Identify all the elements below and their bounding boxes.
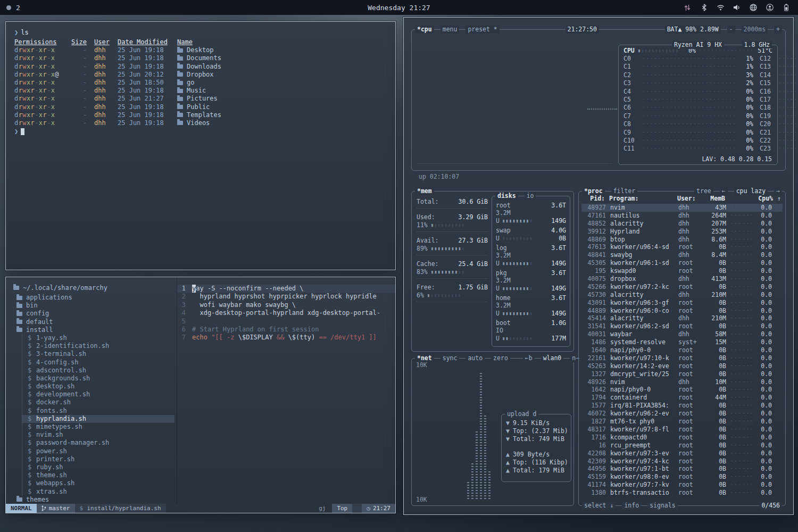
menu-button[interactable]: menu — [440, 26, 460, 34]
volume-icon[interactable] — [733, 3, 741, 12]
process-row[interactable]: 43091kworker/u96:3-gfroot0B········0.0 — [581, 299, 783, 307]
tree-toggle[interactable]: tree — [694, 187, 713, 195]
user-icon[interactable] — [766, 3, 774, 12]
process-row[interactable]: 44889kworker/u96:0-coroot0B········0.0 — [581, 307, 783, 315]
tree-item-default[interactable]: default — [13, 318, 177, 326]
tree-item-development.sh[interactable]: $development.sh — [22, 390, 177, 398]
tree-item-hyprlandia.sh[interactable]: $hyprlandia.sh — [22, 415, 174, 423]
system-monitor-window[interactable]: *cpu menu preset * 21:27:50 BAT▲ 98% 2.8… — [403, 17, 794, 515]
battery-icon[interactable] — [782, 3, 791, 12]
tree-item-theme.sh[interactable]: $theme.sh — [22, 471, 177, 479]
cpu-box-title[interactable]: *cpu — [415, 26, 434, 34]
process-row[interactable]: 41174kworker/u97:7-kvroot0B········0.0 — [581, 481, 783, 489]
process-row[interactable]: 45414alacrittydhh210M········0.0 — [581, 314, 783, 322]
tree-item-password-manager.sh[interactable]: $password-manager.sh — [22, 439, 177, 447]
tree-item-printer.sh[interactable]: $printer.sh — [22, 455, 177, 463]
tree-item-adscontrol.sh[interactable]: $adscontrol.sh — [22, 367, 177, 375]
header-user[interactable]: User: — [677, 195, 701, 202]
workspace-icon[interactable] — [6, 5, 11, 10]
updown-arrows-icon[interactable] — [683, 3, 692, 12]
signals-button[interactable]: signals — [647, 502, 677, 510]
process-row[interactable]: 1827mt76-tx phy0root0B········0.0 — [581, 418, 783, 426]
tree-item-xtras.sh[interactable]: $xtras.sh — [22, 488, 177, 496]
interval-plus-button[interactable]: + — [774, 26, 782, 34]
tree-item-bin[interactable]: bin — [13, 302, 177, 310]
net-iface-prev[interactable]: ←b — [523, 354, 535, 362]
tree-item-mimetypes.sh[interactable]: $mimetypes.sh — [22, 423, 177, 431]
tree-item-3-terminal.sh[interactable]: $3-terminal.sh — [22, 350, 177, 358]
process-row[interactable]: 48926nvimdhh10M········0.0 — [581, 378, 783, 386]
process-row[interactable]: 1577irq/81-PIXA3854:root0B········0.0 — [581, 402, 783, 410]
preset-button[interactable]: preset * — [466, 26, 499, 34]
terminal-window[interactable]: ❯ls Permissions Size User Date Modified … — [5, 21, 396, 270]
mem-box-title[interactable]: *mem — [415, 187, 434, 195]
process-row[interactable]: 48927nvimdhh43M········0.0 — [581, 204, 783, 212]
tree-item-webapps.sh[interactable]: $webapps.sh — [22, 479, 177, 487]
tree-item-applications[interactable]: applications — [13, 294, 177, 302]
tree-item-desktop.sh[interactable]: $desktop.sh — [22, 383, 177, 390]
net-auto-button[interactable]: auto — [466, 354, 485, 362]
tree-item-docker.sh[interactable]: $docker.sh — [22, 398, 177, 406]
net-sync-button[interactable]: sync — [440, 354, 460, 362]
process-row[interactable]: 45730alacrittydhh210M········0.0 — [581, 291, 783, 299]
io-toggle[interactable]: io — [525, 192, 536, 200]
process-row[interactable]: 45305kworker/u96:1-sdroot0B········0.0 — [581, 259, 783, 267]
tree-item-4-config.sh[interactable]: $4-config.sh — [22, 359, 177, 367]
process-row[interactable]: 1716kcompactd0root0B········0.0 — [581, 434, 783, 442]
select-button[interactable]: select ↓ — [582, 502, 616, 510]
process-row[interactable]: 44956kworker/u97:1-btroot0B········0.0 — [581, 465, 783, 473]
interval-minus-button[interactable]: - — [727, 26, 735, 34]
bluetooth-icon[interactable] — [700, 3, 708, 12]
process-row[interactable]: 22161kworker/u97:10-kroot0B········0.0 — [581, 354, 783, 362]
filter-button[interactable]: filter — [611, 187, 638, 195]
process-row[interactable]: 1486systemd-resolvesyst+15M········0.0 — [581, 338, 783, 346]
process-row[interactable]: 42309kworker/u97:4-kcroot0B········0.0 — [581, 458, 783, 466]
process-row[interactable]: 48852alacrittydhh207M········0.0 — [581, 220, 783, 228]
process-row[interactable]: 45266kworker/u97:2-kcroot0B········0.0 — [581, 283, 783, 291]
proc-box-title[interactable]: *proc — [582, 187, 605, 195]
process-row[interactable]: 40031waybardhh58M········0.0 — [581, 330, 783, 338]
tree-item-themes[interactable]: themes — [13, 496, 177, 504]
wifi-icon[interactable] — [716, 3, 725, 12]
workspace-indicator[interactable]: 2 — [16, 4, 20, 12]
tree-item-nvim.sh[interactable]: $nvim.sh — [22, 431, 177, 439]
file-tree-root[interactable]: ~/.local/share/omarchy — [13, 284, 177, 292]
tree-item-1-yay.sh[interactable]: $1-yay.sh — [22, 334, 177, 342]
process-row[interactable]: 42208kworker/u97:3-evroot0B········0.0 — [581, 450, 783, 458]
process-row[interactable]: 47613kworker/u96:4-sdroot0B········0.0 — [581, 243, 783, 251]
disks-box-title[interactable]: disks — [495, 192, 518, 200]
process-row[interactable]: 195kswapd0root0B········0.0 — [581, 267, 783, 275]
tree-item-backgrounds.sh[interactable]: $backgrounds.sh — [22, 375, 177, 383]
tree-item-install[interactable]: install — [13, 326, 177, 334]
process-row[interactable]: 45159kworker/u98:0-evroot0B········0.0 — [581, 473, 783, 481]
tree-item-2-identification.sh[interactable]: $2-identification.sh — [22, 342, 177, 350]
process-row[interactable]: 16rcu_preemptroot0B········0.0 — [581, 442, 783, 450]
process-row[interactable]: 45263kworker/14:2-everoot0B········0.0 — [581, 362, 783, 370]
editor-buffer[interactable]: 1yay -S --noconfirm --needed \2 hyprland… — [177, 277, 395, 504]
process-row[interactable]: 1640napi/phy0-0root0B········0.0 — [581, 346, 783, 354]
net-zero-button[interactable]: zero — [491, 354, 510, 362]
process-row[interactable]: 1380btrfs-transactioroot0B········0.0 — [581, 489, 783, 497]
process-row[interactable]: 1794containerdroot44M········0.0 — [581, 394, 783, 402]
header-pid[interactable]: Pid: — [581, 195, 605, 202]
header-program[interactable]: Program: — [609, 195, 673, 202]
process-row[interactable]: 40075dropboxdhh413M········0.0 — [581, 275, 783, 283]
header-cpu[interactable]: Cpu% — [757, 195, 773, 202]
header-mem[interactable]: MemB — [705, 195, 725, 202]
info-button[interactable]: info — [622, 502, 641, 510]
process-row[interactable]: 1327dmcrypt_write/25root0B········0.0 — [581, 370, 783, 378]
process-row[interactable]: 46072kworker/u96:2-evroot0B········0.0 — [581, 410, 783, 418]
sort-prev-button[interactable]: ← — [720, 187, 728, 195]
process-row[interactable]: 48869btopdhh8.6M········0.0 — [581, 236, 783, 244]
process-row[interactable]: 47161nautilusdhh264M········0.0 — [581, 212, 783, 220]
process-row[interactable]: 48317kworker/u97:8-flroot0B········0.0 — [581, 426, 783, 434]
editor-window[interactable]: ~/.local/share/omarchy applicationsbinco… — [5, 277, 396, 513]
process-row[interactable]: 1642napi/phy0-0root0B········0.0 — [581, 386, 783, 394]
network-globe-icon[interactable] — [749, 3, 758, 12]
tree-item-config[interactable]: config — [13, 310, 177, 318]
sort-next-button[interactable]: → — [774, 187, 782, 195]
process-row[interactable]: 39912Hyprlanddhh253M········0.0 — [581, 228, 783, 236]
tree-item-ruby.sh[interactable]: $ruby.sh — [22, 463, 177, 471]
process-row[interactable]: 48841swaybgdhh8.4M········0.0 — [581, 251, 783, 259]
tree-item-fonts.sh[interactable]: $fonts.sh — [22, 407, 177, 415]
